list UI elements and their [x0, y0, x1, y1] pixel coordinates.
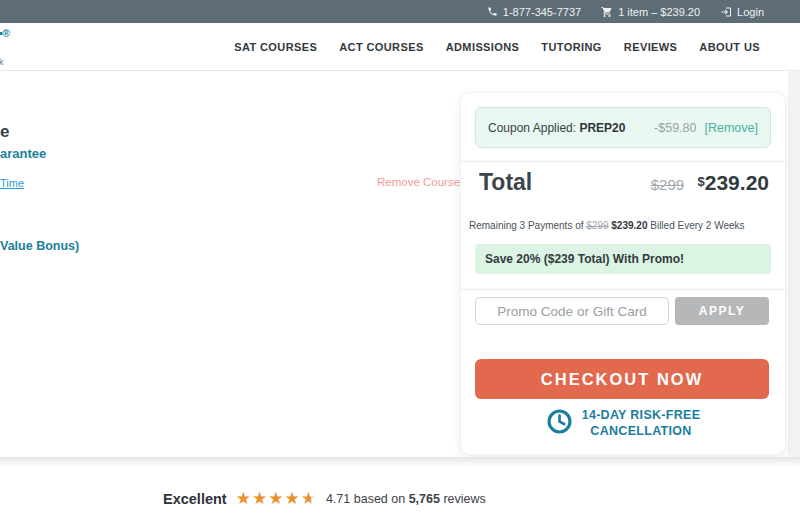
- promo-savings-banner: Save 20% ($239 Total) With Promo!: [475, 244, 771, 274]
- reviews-summary: Excellent 4.71 based on 5,765 reviews: [163, 490, 486, 507]
- logo-tagline: k: [0, 57, 4, 67]
- course-title-fragment: e: [0, 122, 9, 142]
- promo-code-input[interactable]: [475, 297, 669, 325]
- total-row: Total $299 $239.20: [479, 169, 769, 196]
- cart-main-section: e arantee Time Remove Course Value Bonus…: [0, 71, 800, 457]
- risk-free-cancellation: 14-DAY RISK-FREECANCELLATION: [461, 407, 785, 440]
- risk-free-text: 14-DAY RISK-FREECANCELLATION: [582, 407, 701, 440]
- phone-icon: [487, 6, 498, 17]
- star-rating: [236, 490, 317, 507]
- total-amounts: $299 $239.20: [651, 171, 769, 195]
- coupon-remove-link[interactable]: [Remove]: [705, 121, 759, 135]
- nav-about-us[interactable]: ABOUT US: [699, 41, 760, 53]
- remove-course-link[interactable]: Remove Course: [377, 176, 460, 188]
- total-original-price: $299: [651, 176, 684, 193]
- login-link[interactable]: Login: [720, 6, 764, 18]
- coupon-discount-amount: -$59.80: [654, 121, 696, 135]
- registered-mark: ®: [3, 28, 10, 39]
- order-summary-card: Coupon Applied: PREP20 -$59.80 [Remove] …: [460, 92, 786, 455]
- phone-link[interactable]: 1-877-345-7737: [487, 6, 581, 18]
- main-nav: SAT COURSES ACT COURSES ADMISSIONS TUTOR…: [234, 23, 760, 71]
- time-link-fragment[interactable]: Time: [0, 177, 24, 189]
- star-icon: [252, 490, 268, 507]
- section-shadow: [0, 457, 800, 467]
- nav-act-courses[interactable]: ACT COURSES: [339, 41, 423, 53]
- coupon-applied-text: Coupon Applied: PREP20: [488, 121, 625, 135]
- apply-button[interactable]: APPLY: [675, 297, 769, 325]
- coupon-code: PREP20: [579, 121, 625, 135]
- promo-banner-text: Save 20% ($239 Total) With Promo!: [485, 252, 684, 266]
- phone-number: 1-877-345-7737: [503, 6, 581, 18]
- billing-original-price: $299: [586, 220, 608, 231]
- currency-symbol: $: [698, 174, 705, 189]
- nav-admissions[interactable]: ADMISSIONS: [446, 41, 520, 53]
- review-count: 5,765: [409, 492, 440, 506]
- divider: [461, 161, 785, 162]
- login-label: Login: [737, 6, 764, 18]
- excellent-label: Excellent: [163, 491, 227, 507]
- guarantee-link-fragment[interactable]: arantee: [0, 146, 46, 161]
- total-final-price: 239.20: [705, 171, 769, 194]
- cart-summary: 1 item – $239.20: [618, 6, 700, 18]
- login-icon: [720, 6, 732, 18]
- clock-icon: [546, 408, 573, 439]
- divider: [461, 289, 785, 290]
- page-background-gutter: [788, 71, 800, 457]
- site-header: T® k SAT COURSES ACT COURSES ADMISSIONS …: [0, 23, 800, 71]
- cart-icon: [601, 6, 613, 18]
- total-label: Total: [479, 169, 532, 196]
- rating-value: 4.71: [326, 492, 350, 506]
- star-icon: [301, 490, 317, 507]
- bonus-text-fragment: Value Bonus): [0, 239, 79, 253]
- nav-reviews[interactable]: REVIEWS: [624, 41, 678, 53]
- coupon-applied-box: Coupon Applied: PREP20 -$59.80 [Remove]: [475, 107, 771, 148]
- promo-code-row: APPLY: [475, 297, 769, 326]
- star-icon: [284, 490, 300, 507]
- nav-tutoring[interactable]: TUTORING: [541, 41, 601, 53]
- billing-discounted-price: $239.20: [609, 220, 648, 231]
- top-utility-bar: 1-877-345-7737 1 item – $239.20 Login: [0, 0, 800, 23]
- checkout-page: 1-877-345-7737 1 item – $239.20 Login T®…: [0, 0, 800, 521]
- billing-note: Remaining 3 Payments of $299 $239.20 Bil…: [469, 220, 745, 231]
- star-icon: [236, 490, 252, 507]
- nav-sat-courses[interactable]: SAT COURSES: [234, 41, 317, 53]
- checkout-now-button[interactable]: CHECKOUT NOW: [475, 359, 769, 399]
- star-icon: [268, 490, 284, 507]
- review-count-text: 4.71 based on 5,765 reviews: [326, 492, 486, 506]
- reviews-footer: Excellent 4.71 based on 5,765 reviews: [0, 457, 800, 521]
- site-logo[interactable]: T®: [0, 27, 10, 58]
- cart-link[interactable]: 1 item – $239.20: [601, 6, 700, 18]
